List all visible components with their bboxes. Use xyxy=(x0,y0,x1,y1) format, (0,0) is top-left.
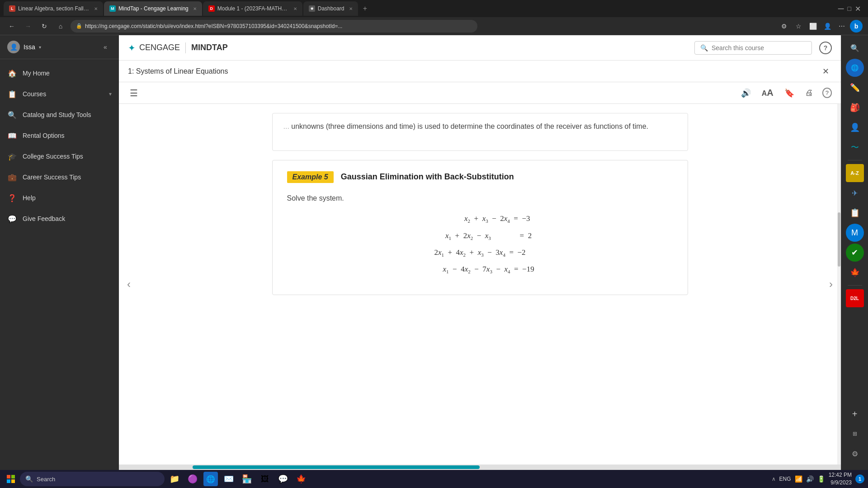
sidebar-label-my-home: My Home xyxy=(23,70,112,77)
taskbar-store-icon[interactable]: 🏪 xyxy=(240,472,254,486)
taskbar-explorer-icon[interactable]: 📁 xyxy=(167,472,182,486)
sidebar-item-career-success[interactable]: 💼 Career Success Tips xyxy=(0,167,119,188)
right-d2l-icon[interactable]: D2L xyxy=(846,289,864,307)
new-tab-button[interactable]: + xyxy=(359,2,372,15)
header-right: 🔍 ? xyxy=(694,41,832,55)
taskbar-teams-icon[interactable]: 🟣 xyxy=(185,472,200,486)
forward-button[interactable]: → xyxy=(22,20,34,33)
user-profile[interactable]: 👤 Issa ▾ xyxy=(7,41,41,53)
tab-bar: L Linear Algebra, section Fall 2023... ✕… xyxy=(0,0,868,17)
tab4-close[interactable]: ✕ xyxy=(349,6,353,11)
taskbar: 🔍 Search 📁 🟣 🌐 ✉️ 🏪 🖼 💬 🍁 ∧ ENG 📶 🔊 🔋 12… xyxy=(0,470,868,488)
catalog-icon: 🔍 xyxy=(7,110,17,120)
right-m-icon[interactable]: M xyxy=(846,224,864,242)
right-person-icon[interactable]: 👤 xyxy=(846,118,864,136)
font-size-icon[interactable]: AA xyxy=(760,86,775,100)
taskbar-search-box[interactable]: 🔍 Search xyxy=(20,472,165,486)
right-bag-icon[interactable]: 🎒 xyxy=(846,99,864,117)
taskbar-discord-icon[interactable]: 💬 xyxy=(276,472,290,486)
browser-toolbar: ⚙ ☆ ⬜ 👤 ⋯ b xyxy=(778,20,863,33)
course-search-input[interactable] xyxy=(712,44,806,52)
refresh-button[interactable]: ↻ xyxy=(38,20,51,33)
book-close-button[interactable]: ✕ xyxy=(819,65,832,78)
profile-icon[interactable]: 👤 xyxy=(821,20,834,33)
right-notes-icon[interactable]: 📋 xyxy=(846,204,864,222)
tab2-close[interactable]: ✕ xyxy=(193,6,197,11)
tab-4[interactable]: ★ Dashboard ✕ xyxy=(303,1,358,16)
content-area[interactable]: ... unknowns (three dimensions and time)… xyxy=(119,104,841,465)
right-expand-icon[interactable]: ⊞ xyxy=(846,425,864,443)
url-bar[interactable]: 🔒 https://ng.cengage.com/static/nb/ui/ev… xyxy=(71,20,477,33)
tab1-close[interactable]: ✕ xyxy=(94,6,98,11)
tab-1[interactable]: L Linear Algebra, section Fall 2023... ✕ xyxy=(4,1,103,16)
taskbar-notification-icon[interactable]: 1 xyxy=(855,474,864,483)
career-icon: 💼 xyxy=(7,172,17,182)
right-send-icon[interactable]: ✈ xyxy=(846,184,864,202)
print-icon[interactable]: 🖨 xyxy=(803,86,815,99)
sidebar-label-feedback: Give Feedback xyxy=(23,215,112,222)
tab1-label: Linear Algebra, section Fall 2023... xyxy=(18,5,90,12)
logo-divider xyxy=(185,42,186,53)
prev-page-button[interactable]: ‹ xyxy=(121,276,137,292)
h-scroll-thumb[interactable] xyxy=(193,465,480,469)
right-pen-icon[interactable]: ✏️ xyxy=(846,79,864,97)
content-toolbar: ☰ 🔊 AA 🔖 🖨 ? xyxy=(119,82,841,104)
right-separator xyxy=(848,160,862,160)
sidebar-collapse-button[interactable]: « xyxy=(99,41,112,53)
taskbar-edge-icon[interactable]: 🌐 xyxy=(203,472,218,486)
right-az-icon[interactable]: A-Z xyxy=(846,164,864,182)
right-search-icon[interactable]: 🔍 xyxy=(846,39,864,57)
right-plus-icon[interactable]: + xyxy=(846,405,864,423)
sidebar-item-catalog[interactable]: 🔍 Catalog and Study Tools xyxy=(0,104,119,125)
sidebar-item-help[interactable]: ❓ Help xyxy=(0,188,119,208)
right-edge-icon[interactable]: 🌐 xyxy=(846,59,864,77)
right-settings-icon[interactable]: ⚙ xyxy=(846,445,864,463)
extensions-icon[interactable]: ⚙ xyxy=(778,20,790,33)
right-leaf-icon[interactable]: 🍁 xyxy=(846,263,864,282)
collections-icon[interactable]: ⬜ xyxy=(807,20,819,33)
more-icon[interactable]: ⋯ xyxy=(835,20,848,33)
tab-3[interactable]: D Module 1 - (2023FA-MATH-3010... ✕ xyxy=(203,1,302,16)
help-content-icon[interactable]: ? xyxy=(822,88,832,98)
address-bar: ← → ↻ ⌂ 🔒 https://ng.cengage.com/static/… xyxy=(0,17,868,35)
right-wave-icon[interactable]: 〜 xyxy=(846,138,864,156)
equation-4: x1 − 4x2 − 7x3 − x4 = −19 xyxy=(287,263,673,277)
sidebar-item-courses[interactable]: 📋 Courses ▾ xyxy=(0,84,119,104)
tab-2[interactable]: M MindTap - Cengage Learning ✕ xyxy=(104,1,202,16)
taskbar-leaf-icon[interactable]: 🍁 xyxy=(294,472,308,486)
svg-rect-1 xyxy=(11,475,15,479)
back-button[interactable]: ← xyxy=(5,20,18,33)
home-button[interactable]: ⌂ xyxy=(54,20,67,33)
scroll-thumb[interactable] xyxy=(838,212,840,267)
minimize-button[interactable]: ─ xyxy=(838,4,844,14)
app-area: 👤 Issa ▾ « 🏠 My Home 📋 Courses ▾ 🔍 Catal… xyxy=(0,35,868,470)
help-button[interactable]: ? xyxy=(819,42,832,54)
taskbar-right: ∧ ENG 📶 🔊 🔋 12:42 PM 9/9/2023 1 xyxy=(772,471,864,487)
taskbar-arrow-icon[interactable]: ∧ xyxy=(772,476,776,482)
edge-copilot-icon[interactable]: b xyxy=(850,20,863,33)
sidebar-label-courses: Courses xyxy=(23,90,104,98)
right-check-icon[interactable]: ✔ xyxy=(846,244,864,262)
taskbar-mail-icon[interactable]: ✉️ xyxy=(222,472,236,486)
course-search-box[interactable]: 🔍 xyxy=(694,41,812,55)
taskbar-clock[interactable]: 12:42 PM 9/9/2023 xyxy=(829,471,852,487)
horizontal-scrollbar[interactable] xyxy=(119,465,841,470)
sidebar-item-rental[interactable]: 📖 Rental Options xyxy=(0,125,119,146)
sidebar-item-my-home[interactable]: 🏠 My Home xyxy=(0,63,119,84)
next-page-button[interactable]: › xyxy=(823,276,839,292)
favorites-icon[interactable]: ☆ xyxy=(792,20,805,33)
tab3-favicon: D xyxy=(208,5,215,12)
taskbar-photos-icon[interactable]: 🖼 xyxy=(258,472,272,486)
tab3-close[interactable]: ✕ xyxy=(293,6,297,11)
bookmark-icon[interactable]: 🔖 xyxy=(783,86,796,100)
example-title: Gaussian Elimination with Back-Substitut… xyxy=(341,172,514,182)
sidebar-item-feedback[interactable]: 💬 Give Feedback xyxy=(0,208,119,229)
maximize-button[interactable]: □ xyxy=(848,5,851,12)
audio-icon[interactable]: 🔊 xyxy=(739,86,753,100)
example-header: Example 5 Gaussian Elimination with Back… xyxy=(287,171,673,183)
sidebar-item-college-success[interactable]: 🎓 College Success Tips xyxy=(0,146,119,167)
close-window-button[interactable]: ✕ xyxy=(855,5,861,13)
start-button[interactable] xyxy=(4,472,18,486)
tab4-favicon: ★ xyxy=(309,5,315,12)
table-of-contents-icon[interactable]: ☰ xyxy=(128,86,140,100)
